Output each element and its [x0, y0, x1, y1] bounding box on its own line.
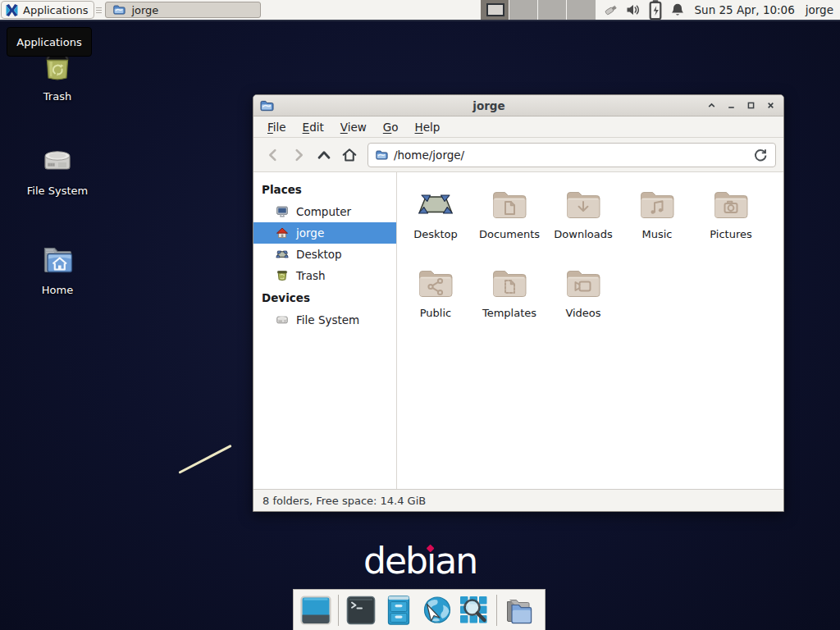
workspace-switcher[interactable] [481, 0, 596, 20]
forward-button[interactable] [286, 144, 311, 167]
sidebar-header-places: Places [253, 178, 396, 201]
location-path[interactable]: /home/jorge/ [394, 148, 746, 162]
sidebar: PlacesComputerjorgeDesktopTrashDevicesFi… [253, 172, 397, 489]
workspace-window-preview [486, 3, 504, 16]
window-folder-icon [259, 98, 274, 113]
taskbar-window-label: jorge [131, 4, 158, 16]
dock-file-manager-button[interactable] [381, 592, 417, 628]
reload-icon[interactable] [752, 147, 769, 163]
location-bar[interactable]: /home/jorge/ [368, 143, 776, 167]
workspace-2[interactable] [509, 0, 538, 20]
desktop-pad-icon [416, 185, 455, 224]
toolbar: /home/jorge/ [253, 138, 783, 172]
top-panel: Applications jorge Sun 25 Apr, 10:06 jor… [0, 0, 840, 21]
share-icon [416, 263, 455, 303]
dock-show-desktop-button[interactable] [298, 592, 334, 628]
battery-icon[interactable] [648, 2, 663, 17]
hard-drive-icon [38, 141, 77, 180]
dock-directory-menu-button[interactable] [501, 592, 537, 628]
file-view[interactable]: DesktopDocumentsDownloadsMusicPicturesPu… [397, 172, 783, 489]
minimize-button[interactable] [724, 98, 738, 113]
file-downloads[interactable]: Downloads [546, 185, 620, 263]
window-title: jorge [279, 99, 699, 112]
document-icon [490, 185, 529, 224]
desktop-icon-file-system[interactable]: File System [26, 141, 89, 197]
camera-icon [711, 185, 751, 224]
home-button[interactable] [337, 144, 362, 167]
applications-menu-button[interactable]: Applications [1, 1, 94, 19]
download-icon [564, 185, 603, 224]
sidebar-item-computer[interactable]: Computer [253, 201, 396, 222]
file-pictures[interactable]: Pictures [694, 185, 768, 263]
computer-icon [276, 205, 289, 218]
applications-menu-label: Applications [23, 4, 88, 16]
workspace-4[interactable] [567, 0, 596, 20]
drive-mini-icon [276, 313, 289, 326]
panel-handle[interactable] [96, 3, 102, 16]
panel-username[interactable]: jorge [806, 3, 833, 16]
dock-separator [338, 595, 339, 626]
applications-tooltip: Applications [7, 27, 92, 57]
volume-icon[interactable] [626, 2, 641, 17]
sidebar-item-desktop[interactable]: Desktop [253, 244, 396, 265]
back-button[interactable] [261, 144, 285, 167]
sidebar-item-file-system[interactable]: File System [253, 309, 396, 331]
maximize-button[interactable] [743, 98, 758, 113]
sidebar-item-trash[interactable]: Trash [253, 265, 396, 286]
desktop-icon-home[interactable]: Home [26, 240, 89, 296]
home-folder-icon [38, 240, 77, 280]
sidebar-item-jorge[interactable]: jorge [253, 222, 396, 244]
file-templates[interactable]: Templates [472, 263, 546, 342]
file-manager-window: jorge FileEditViewGoHelp /home/jorge/ Pl… [253, 94, 784, 512]
panel-clock[interactable]: Sun 25 Apr, 10:06 [695, 3, 795, 16]
dock-application-finder-button[interactable] [456, 592, 492, 628]
statusbar-text: 8 folders, Free space: 14.4 GiB [262, 495, 426, 507]
menu-go[interactable]: Go [375, 118, 407, 136]
menubar: FileEditViewGoHelp [253, 116, 783, 138]
workspace-3[interactable] [538, 0, 567, 20]
file-desktop[interactable]: Desktop [399, 185, 472, 263]
dock-web-browser-button[interactable] [418, 592, 454, 628]
location-folder-icon [375, 148, 388, 162]
folder-icon [112, 3, 126, 16]
menu-file[interactable]: File [259, 118, 294, 136]
file-public[interactable]: Public [399, 263, 472, 342]
dock-terminal-button[interactable] [343, 592, 379, 628]
file-videos[interactable]: Videos [546, 263, 620, 342]
window-titlebar[interactable]: jorge [253, 95, 783, 116]
dock [293, 589, 546, 630]
tooltip-text: Applications [16, 36, 81, 48]
shade-button[interactable] [704, 98, 719, 113]
menu-help[interactable]: Help [407, 118, 449, 136]
notifications-icon[interactable] [670, 2, 685, 17]
file-grid: DesktopDocumentsDownloadsMusicPicturesPu… [397, 172, 783, 342]
sidebar-header-devices: Devices [253, 286, 396, 309]
file-music[interactable]: Music [620, 185, 694, 263]
menu-edit[interactable]: Edit [294, 118, 332, 136]
system-tray [604, 2, 685, 17]
taskbar-window-button[interactable]: jorge [105, 2, 261, 18]
workspace-1[interactable] [481, 0, 509, 20]
xfce-menu-icon [5, 3, 19, 17]
music-icon [637, 185, 677, 224]
file-documents[interactable]: Documents [472, 185, 546, 263]
removable-device-icon[interactable] [604, 2, 619, 17]
close-button[interactable] [763, 98, 778, 113]
statusbar: 8 folders, Free space: 14.4 GiB [253, 489, 783, 511]
up-button[interactable] [312, 144, 336, 167]
trash-mini-icon [276, 269, 289, 282]
home-red-icon [276, 226, 289, 240]
video-icon [564, 263, 603, 303]
template-icon [490, 263, 529, 303]
menu-view[interactable]: View [332, 118, 375, 136]
desktop-mini-icon [276, 248, 289, 261]
dock-separator [496, 595, 497, 626]
